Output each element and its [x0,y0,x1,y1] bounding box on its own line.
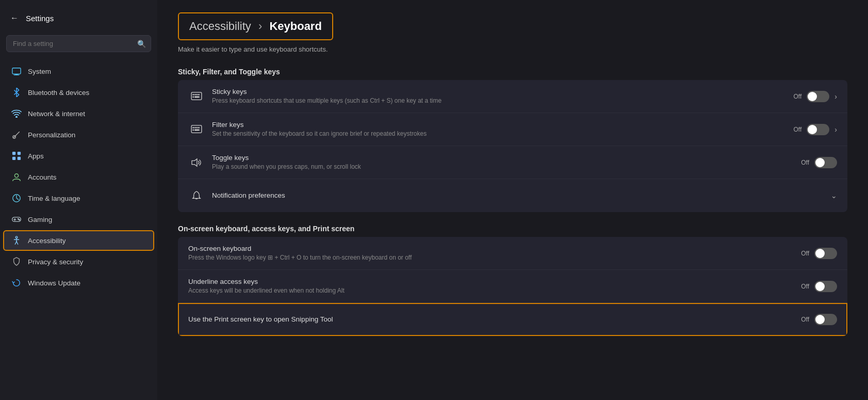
breadcrumb-current: Keyboard [269,20,321,33]
sticky-keys-desc: Press keyboard shortcuts that use multip… [212,97,794,105]
search-input[interactable] [6,35,151,52]
svg-point-16 [19,219,20,220]
sidebar-item-time[interactable]: Time & language [3,188,154,209]
system-icon [11,66,22,76]
underline-access-controls: Off [801,281,837,292]
svg-point-10 [14,174,18,178]
filter-keys-text: Filter keys Set the sensitivity of the k… [212,121,794,138]
page-description: Make it easier to type and use keyboard … [178,45,847,53]
speaker-icon [188,154,205,171]
svg-line-20 [15,242,17,244]
sidebar-item-label-apps: Apps [28,152,44,160]
filter-keys-chevron: › [834,125,837,134]
filter-keys-toggle-label: Off [794,126,802,133]
underline-access-row[interactable]: Underline access keys Access keys will b… [178,270,847,303]
filter-keys-desc: Set the sensitivity of the keyboard so i… [212,130,794,138]
sidebar-item-label-system: System [28,68,51,75]
filter-keys-title: Filter keys [212,121,794,129]
sidebar-item-label-accessibility: Accessibility [28,237,66,245]
print-screen-controls: Off [801,314,837,325]
sidebar-item-personalization[interactable]: Personalization [3,124,154,145]
underline-access-text: Underline access keys Access keys will b… [188,278,801,295]
on-screen-keyboard-row[interactable]: On-screen keyboard Press the Windows log… [178,237,847,270]
notification-prefs-controls: ⌄ [831,191,837,200]
svg-line-21 [17,242,18,244]
print-screen-text: Use the Print screen key to open Snippin… [188,315,801,324]
svg-point-3 [16,116,18,118]
toggle-keys-toggle-label: Off [801,159,809,166]
svg-rect-8 [12,157,15,160]
search-box[interactable]: 🔍 [6,35,151,52]
sticky-keys-chevron: › [834,92,837,101]
section-on-screen: On-screen keyboard, access keys, and Pri… [178,225,847,336]
on-screen-keyboard-title: On-screen keyboard [188,245,801,252]
filter-keys-row[interactable]: Filter keys Set the sensitivity of the k… [178,113,847,146]
print-screen-title: Use the Print screen key to open Snippin… [188,315,801,323]
personalization-icon [11,130,22,140]
section-title-sticky: Sticky, Filter, and Toggle keys [178,68,847,76]
sidebar-item-network[interactable]: Network & internet [3,103,154,124]
sidebar-item-label-personalization: Personalization [28,131,75,139]
print-screen-toggle-label: Off [801,316,809,323]
back-button[interactable]: ← [8,11,21,25]
section-title-onscreen: On-screen keyboard, access keys, and Pri… [178,225,847,233]
underline-access-toggle-label: Off [801,283,809,290]
svg-rect-0 [12,68,21,74]
notification-prefs-title: Notification preferences [212,191,831,199]
toggle-keys-controls: Off [801,157,837,168]
underline-access-toggle[interactable] [814,281,837,292]
toggle-keys-toggle[interactable] [814,157,837,168]
breadcrumb-separator: › [258,20,262,33]
print-screen-toggle[interactable] [814,314,837,325]
page-header: Accessibility › Keyboard [178,12,333,40]
accessibility-icon [11,235,22,246]
gaming-icon [11,214,22,225]
print-screen-row[interactable]: Use the Print screen key to open Snippin… [178,303,847,336]
on-screen-card: On-screen keyboard Press the Windows log… [178,237,847,336]
toggle-keys-desc: Play a sound when you press caps, num, o… [212,163,801,171]
keyboard-icon-sticky [188,88,205,105]
sidebar-item-privacy[interactable]: Privacy & security [3,251,154,272]
sticky-keys-title: Sticky keys [212,88,794,95]
sticky-keys-row[interactable]: Sticky keys Press keyboard shortcuts tha… [178,80,847,113]
filter-keys-toggle[interactable] [807,124,829,135]
sticky-keys-text: Sticky keys Press keyboard shortcuts tha… [212,88,794,105]
on-screen-keyboard-toggle[interactable] [814,248,837,259]
sidebar-item-apps[interactable]: Apps [3,146,154,166]
sidebar-item-accessibility[interactable]: Accessibility [3,230,154,251]
notification-prefs-row[interactable]: Notification preferences ⌄ [178,179,847,212]
svg-point-15 [18,218,19,219]
sidebar-item-system[interactable]: System [3,61,154,82]
toggle-keys-text: Toggle keys Play a sound when you press … [212,154,801,171]
sidebar-item-bluetooth[interactable]: Bluetooth & devices [3,82,154,103]
notification-prefs-text: Notification preferences [212,191,831,200]
sidebar-item-label-bluetooth: Bluetooth & devices [28,89,89,97]
search-icon: 🔍 [137,40,146,48]
sidebar-item-accounts[interactable]: Accounts [3,167,154,187]
sidebar-item-label-privacy: Privacy & security [28,258,83,266]
keyboard-icon-filter [188,121,205,138]
breadcrumb-parent: Accessibility [189,20,251,33]
underline-access-desc: Access keys will be underlined even when… [188,286,801,295]
on-screen-keyboard-toggle-label: Off [801,250,809,257]
network-icon [11,108,22,119]
sticky-keys-toggle-label: Off [794,93,802,100]
svg-line-4 [14,132,20,138]
time-icon [11,193,22,203]
sticky-filter-card: Sticky keys Press keyboard shortcuts tha… [178,80,847,212]
underline-access-title: Underline access keys [188,278,801,285]
svg-rect-30 [191,125,202,132]
svg-rect-22 [191,92,202,99]
privacy-icon [11,257,22,267]
toggle-keys-row[interactable]: Toggle keys Play a sound when you press … [178,146,847,179]
on-screen-keyboard-desc: Press the Windows logo key ⊞ + Ctrl + O … [188,253,801,262]
bell-icon [188,187,205,204]
sticky-keys-toggle[interactable] [807,91,829,102]
sidebar-item-label-update: Windows Update [28,279,80,287]
update-icon [11,278,22,288]
notification-prefs-chevron: ⌄ [831,191,837,200]
sidebar-item-update[interactable]: Windows Update [3,273,154,293]
sidebar-item-gaming[interactable]: Gaming [3,209,154,230]
svg-rect-9 [18,157,21,160]
toggle-keys-title: Toggle keys [212,154,801,162]
